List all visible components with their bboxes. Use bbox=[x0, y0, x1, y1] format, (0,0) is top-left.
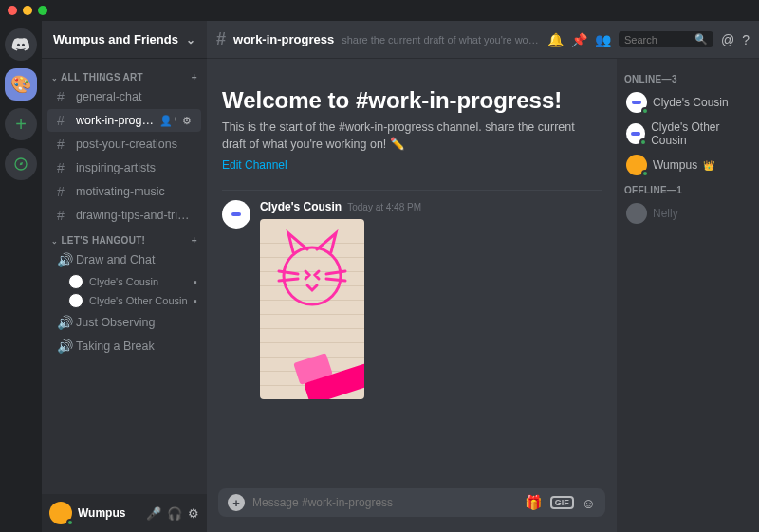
gear-icon[interactable]: ⚙ bbox=[182, 115, 192, 127]
divider bbox=[222, 190, 602, 191]
status-online-icon bbox=[66, 519, 74, 526]
help-icon[interactable]: ? bbox=[742, 32, 750, 47]
explore-servers-button[interactable] bbox=[5, 148, 37, 180]
hash-icon: # bbox=[57, 113, 70, 128]
avatar bbox=[626, 203, 647, 224]
add-channel-icon[interactable]: + bbox=[192, 72, 197, 83]
mute-button[interactable]: 🎤 bbox=[146, 506, 161, 521]
channel-category[interactable]: ⌄ LET'S HANGOUT! + bbox=[42, 228, 207, 248]
welcome-title: Welcome to #work-in-progress! bbox=[222, 87, 602, 114]
notifications-icon[interactable]: 🔔 bbox=[547, 32, 564, 47]
voice-user[interactable]: Clyde's Other Cousin▪ bbox=[42, 291, 207, 310]
search-icon: 🔍 bbox=[694, 33, 708, 46]
channel-item[interactable]: #motivating-music bbox=[47, 180, 201, 203]
server-header[interactable]: Wumpus and Friends ⌄ bbox=[42, 21, 207, 59]
hash-icon: # bbox=[57, 184, 70, 199]
hash-icon: # bbox=[57, 160, 70, 175]
message-timestamp: Today at 4:48 PM bbox=[347, 202, 421, 212]
chevron-down-icon: ⌄ bbox=[186, 33, 195, 46]
close-window-button[interactable] bbox=[8, 6, 17, 15]
member-list-toggle[interactable]: 👥 bbox=[595, 32, 611, 47]
voice-channel-item[interactable]: 🔊Just Observing bbox=[47, 311, 201, 334]
member-item[interactable]: Clyde's Cousin bbox=[624, 88, 751, 117]
message-scroller[interactable]: Welcome to #work-in-progress! This is th… bbox=[207, 59, 617, 488]
channel-item[interactable]: #inspiring-artists bbox=[47, 156, 201, 179]
deafen-button[interactable]: 🎧 bbox=[167, 506, 182, 521]
channel-item[interactable]: #post-your-creations bbox=[47, 133, 201, 156]
member-group-heading: OFFLINE—1 bbox=[624, 185, 751, 195]
video-icon: ▪ bbox=[194, 276, 197, 287]
gift-button[interactable]: 🎁 bbox=[525, 494, 543, 511]
voice-channel-item[interactable]: 🔊Taking a Break bbox=[47, 335, 201, 358]
message-composer: + 🎁 GIF ☺ bbox=[218, 488, 605, 517]
add-server-button[interactable]: + bbox=[5, 108, 37, 140]
channel-item[interactable]: #drawing-tips-and-tricks bbox=[47, 204, 201, 227]
avatar[interactable] bbox=[49, 502, 72, 524]
hash-icon: # bbox=[57, 208, 70, 223]
member-item[interactable]: Wumpus 👑 bbox=[624, 151, 751, 179]
image-attachment[interactable] bbox=[260, 219, 364, 399]
channel-category[interactable]: ⌄ ALL THINGS ART + bbox=[42, 64, 207, 84]
guild-selected[interactable]: 🎨 bbox=[5, 68, 37, 101]
discord-logo-icon bbox=[11, 37, 30, 52]
compass-icon bbox=[13, 156, 28, 172]
home-button[interactable] bbox=[5, 28, 37, 61]
add-channel-icon[interactable]: + bbox=[192, 235, 197, 246]
invite-icon[interactable]: 👤⁺ bbox=[159, 115, 178, 127]
message-input[interactable] bbox=[252, 496, 517, 509]
edit-channel-link[interactable]: Edit Channel bbox=[222, 158, 287, 172]
voice-user[interactable]: Clyde's Cousin▪ bbox=[42, 272, 207, 291]
settings-button[interactable]: ⚙ bbox=[188, 506, 199, 521]
zoom-window-button[interactable] bbox=[38, 6, 47, 15]
hash-icon: # bbox=[216, 29, 226, 49]
server-name: Wumpus and Friends bbox=[53, 32, 178, 46]
video-icon: ▪ bbox=[194, 295, 197, 306]
minimize-window-button[interactable] bbox=[23, 6, 32, 15]
mentions-icon[interactable]: @ bbox=[721, 32, 734, 47]
svg-point-1 bbox=[284, 248, 341, 304]
avatar bbox=[68, 293, 83, 308]
speaker-icon: 🔊 bbox=[57, 315, 70, 330]
welcome-subtitle: This is the start of the #work-in-progre… bbox=[222, 119, 602, 153]
attach-button[interactable]: + bbox=[228, 494, 245, 511]
channel-topbar: # work-in-progress share the current dra… bbox=[207, 21, 759, 59]
emoji-button[interactable]: ☺ bbox=[582, 495, 596, 511]
channel-item[interactable]: #general-chat bbox=[47, 85, 201, 108]
speaker-icon: 🔊 bbox=[57, 252, 70, 267]
avatar bbox=[626, 123, 645, 144]
user-panel: Wumpus 🎤 🎧 ⚙ bbox=[42, 494, 207, 532]
crown-icon: 👑 bbox=[703, 160, 714, 171]
member-item[interactable]: Clyde's Other Cousin bbox=[624, 117, 751, 151]
window-titlebar bbox=[0, 0, 759, 21]
channel-topic: share the current draft of what you're w… bbox=[342, 34, 540, 46]
message: Clyde's Cousin Today at 4:48 PM bbox=[222, 200, 602, 399]
speaker-icon: 🔊 bbox=[57, 339, 70, 354]
pinned-icon[interactable]: 📌 bbox=[571, 32, 587, 47]
guild-sidebar: 🎨 + bbox=[0, 21, 42, 532]
search-input[interactable] bbox=[624, 34, 691, 46]
hash-icon: # bbox=[57, 89, 70, 104]
hash-icon: # bbox=[57, 137, 70, 152]
channel-item-selected[interactable]: #work-in-progress👤⁺⚙ bbox=[47, 109, 201, 132]
channel-list: ⌄ ALL THINGS ART + #general-chat #work-i… bbox=[42, 59, 207, 494]
avatar bbox=[626, 92, 647, 113]
current-user-name: Wumpus bbox=[78, 506, 140, 520]
avatar bbox=[626, 155, 647, 175]
member-item[interactable]: Nelly bbox=[624, 199, 751, 228]
member-list: ONLINE—3 Clyde's Cousin Clyde's Other Co… bbox=[617, 59, 759, 532]
gif-button[interactable]: GIF bbox=[550, 496, 574, 509]
voice-channel-item[interactable]: 🔊Draw and Chat bbox=[47, 248, 201, 271]
search-box[interactable]: 🔍 bbox=[619, 31, 713, 47]
member-group-heading: ONLINE—3 bbox=[624, 74, 751, 84]
avatar[interactable] bbox=[222, 200, 250, 229]
message-author[interactable]: Clyde's Cousin bbox=[260, 200, 342, 213]
avatar bbox=[68, 274, 83, 289]
channel-title: work-in-progress bbox=[233, 32, 334, 46]
